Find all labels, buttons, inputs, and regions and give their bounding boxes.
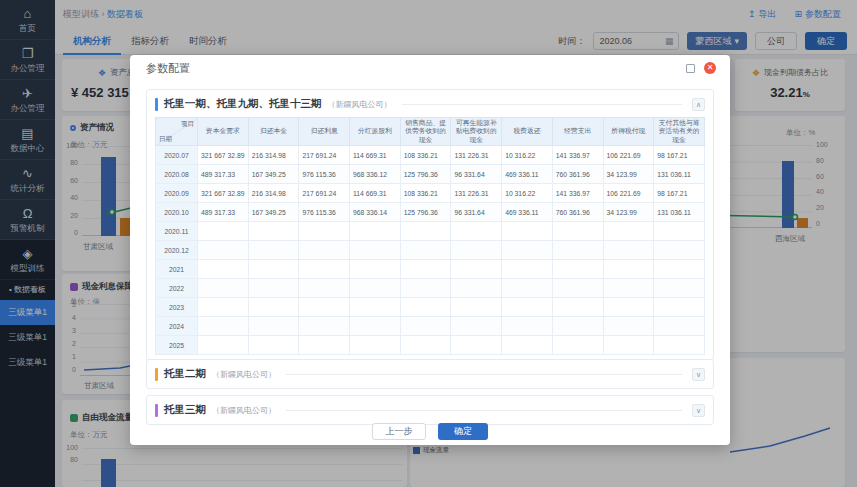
value-cell[interactable] — [400, 241, 451, 260]
close-icon[interactable]: ✕ — [704, 62, 716, 74]
value-cell[interactable]: 968 336.14 — [350, 203, 401, 222]
value-cell[interactable]: 108 336.21 — [400, 184, 451, 203]
value-cell[interactable] — [350, 317, 401, 336]
value-cell[interactable] — [299, 279, 350, 298]
value-cell[interactable] — [552, 279, 603, 298]
value-cell[interactable] — [654, 317, 705, 336]
value-cell[interactable] — [400, 298, 451, 317]
value-cell[interactable] — [299, 241, 350, 260]
value-cell[interactable] — [198, 241, 249, 260]
value-cell[interactable] — [451, 241, 502, 260]
value-cell[interactable] — [400, 260, 451, 279]
value-cell[interactable]: 976 115.36 — [299, 165, 350, 184]
value-cell[interactable] — [451, 260, 502, 279]
value-cell[interactable] — [603, 222, 654, 241]
value-cell[interactable]: 469 336.11 — [502, 203, 553, 222]
value-cell[interactable] — [654, 222, 705, 241]
value-cell[interactable]: 321 667 32.89 — [198, 184, 249, 203]
value-cell[interactable] — [299, 260, 350, 279]
value-cell[interactable] — [552, 336, 603, 355]
value-cell[interactable] — [198, 260, 249, 279]
value-cell[interactable] — [400, 336, 451, 355]
value-cell[interactable]: 114 669.31 — [350, 146, 401, 165]
value-cell[interactable] — [603, 336, 654, 355]
value-cell[interactable] — [350, 336, 401, 355]
value-cell[interactable] — [502, 317, 553, 336]
value-cell[interactable]: 114 669.31 — [350, 184, 401, 203]
value-cell[interactable]: 131 036.11 — [654, 203, 705, 222]
value-cell[interactable]: 760 361.96 — [552, 165, 603, 184]
value-cell[interactable] — [603, 298, 654, 317]
value-cell[interactable] — [248, 241, 299, 260]
value-cell[interactable] — [502, 279, 553, 298]
value-cell[interactable] — [299, 336, 350, 355]
value-cell[interactable] — [603, 317, 654, 336]
value-cell[interactable] — [502, 241, 553, 260]
value-cell[interactable] — [350, 298, 401, 317]
value-cell[interactable]: 217 691.24 — [299, 184, 350, 203]
value-cell[interactable] — [198, 336, 249, 355]
expand-down-icon[interactable]: ∨ — [692, 368, 705, 381]
value-cell[interactable]: 968 336.12 — [350, 165, 401, 184]
value-cell[interactable] — [654, 241, 705, 260]
value-cell[interactable] — [350, 279, 401, 298]
value-cell[interactable] — [603, 260, 654, 279]
value-cell[interactable] — [654, 298, 705, 317]
value-cell[interactable] — [248, 260, 299, 279]
value-cell[interactable] — [502, 298, 553, 317]
value-cell[interactable] — [603, 241, 654, 260]
value-cell[interactable]: 125 796.36 — [400, 165, 451, 184]
value-cell[interactable] — [248, 317, 299, 336]
value-cell[interactable] — [400, 279, 451, 298]
value-cell[interactable]: 96 331.64 — [451, 165, 502, 184]
value-cell[interactable] — [299, 317, 350, 336]
value-cell[interactable]: 98 167.21 — [654, 184, 705, 203]
value-cell[interactable]: 34 123.99 — [603, 165, 654, 184]
value-cell[interactable] — [502, 222, 553, 241]
value-cell[interactable]: 216 314.98 — [248, 184, 299, 203]
value-cell[interactable]: 98 167.21 — [654, 146, 705, 165]
value-cell[interactable] — [451, 336, 502, 355]
value-cell[interactable]: 106 221.69 — [603, 146, 654, 165]
value-cell[interactable] — [198, 298, 249, 317]
modal-confirm-button[interactable]: 确定 — [438, 423, 488, 440]
value-cell[interactable]: 216 314.98 — [248, 146, 299, 165]
value-cell[interactable] — [400, 317, 451, 336]
value-cell[interactable] — [552, 260, 603, 279]
value-cell[interactable] — [350, 241, 401, 260]
value-cell[interactable]: 217 691.24 — [299, 146, 350, 165]
value-cell[interactable] — [299, 222, 350, 241]
value-cell[interactable] — [552, 241, 603, 260]
value-cell[interactable] — [654, 336, 705, 355]
value-cell[interactable]: 96 331.64 — [451, 203, 502, 222]
value-cell[interactable] — [654, 260, 705, 279]
value-cell[interactable]: 976 115.36 — [299, 203, 350, 222]
value-cell[interactable] — [248, 279, 299, 298]
previous-step-button[interactable]: 上一步 — [372, 423, 426, 440]
value-cell[interactable] — [451, 317, 502, 336]
expand-down-icon[interactable]: ∨ — [692, 404, 705, 417]
value-cell[interactable] — [248, 298, 299, 317]
value-cell[interactable]: 131 226.31 — [451, 184, 502, 203]
value-cell[interactable] — [502, 336, 553, 355]
value-cell[interactable]: 141 336.97 — [552, 184, 603, 203]
value-cell[interactable] — [603, 279, 654, 298]
value-cell[interactable]: 131 036.11 — [654, 165, 705, 184]
value-cell[interactable] — [248, 336, 299, 355]
value-cell[interactable] — [198, 222, 249, 241]
value-cell[interactable]: 106 221.69 — [603, 184, 654, 203]
value-cell[interactable] — [552, 298, 603, 317]
value-cell[interactable]: 131 226.31 — [451, 146, 502, 165]
fullscreen-icon[interactable] — [686, 64, 695, 73]
value-cell[interactable] — [451, 279, 502, 298]
value-cell[interactable] — [299, 298, 350, 317]
value-cell[interactable] — [552, 222, 603, 241]
value-cell[interactable]: 34 123.99 — [603, 203, 654, 222]
value-cell[interactable]: 108 336.21 — [400, 146, 451, 165]
value-cell[interactable]: 489 317.33 — [198, 203, 249, 222]
value-cell[interactable] — [451, 298, 502, 317]
value-cell[interactable] — [451, 222, 502, 241]
value-cell[interactable] — [248, 222, 299, 241]
value-cell[interactable]: 141 336.97 — [552, 146, 603, 165]
value-cell[interactable]: 167 349.25 — [248, 203, 299, 222]
